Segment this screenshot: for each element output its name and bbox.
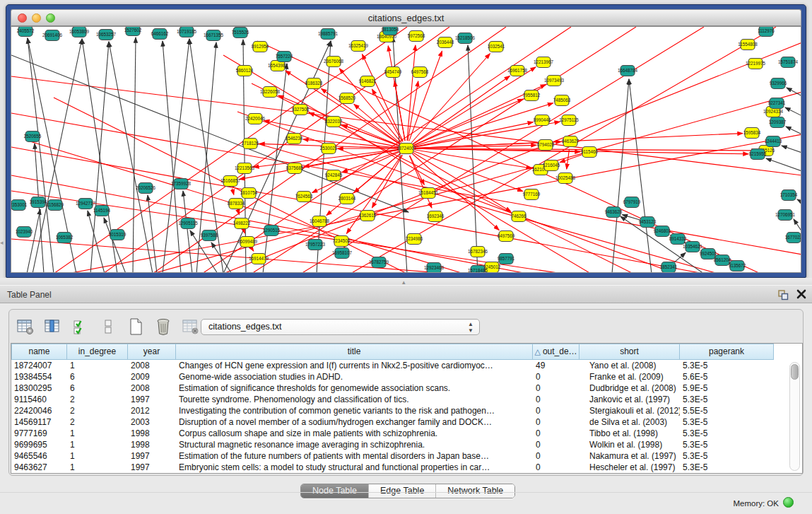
graph-node[interactable]: 7955812 [523,90,541,101]
graph-node[interactable]: 8186328 [305,78,323,89]
graph-node[interactable]: 1498222 [233,218,251,229]
cell-out_de[interactable]: 49 [533,360,579,371]
cell-in_degree[interactable]: 2 [67,416,128,428]
graph-node[interactable]: 7624563 [295,192,313,202]
graph-node[interactable]: 1290515 [263,226,281,236]
table-selector-dropdown[interactable]: citations_edges.txt ▲▼ [201,319,480,335]
graph-node[interactable]: 8914332 [669,234,687,245]
graph-node[interactable]: 20206526 [136,183,156,194]
cell-in_degree[interactable]: 6 [67,382,128,394]
graph-node[interactable]: 6466162 [151,29,169,40]
cell-out_de[interactable]: 0 [533,439,579,450]
graph-node[interactable]: 2036448 [437,37,454,48]
graph-node[interactable]: 7234502 [333,236,351,247]
cell-in_degree[interactable]: 6 [67,371,128,382]
graph-node[interactable]: 1677022 [785,233,801,243]
close-panel-icon[interactable] [796,289,806,299]
graph-node[interactable]: 8878334 [228,199,245,209]
graph-node[interactable]: 16914479 [249,254,269,264]
graph-node[interactable]: 2530021 [320,144,338,154]
cell-name[interactable]: 9465546 [11,450,67,462]
cell-title[interactable]: Structural magnetic resonance image aver… [176,439,533,450]
cell-pagerank[interactable]: 5.3E-5 [680,462,774,473]
cell-year[interactable]: 2012 [128,405,176,416]
cell-out_de[interactable]: 0 [533,428,579,439]
graph-node[interactable]: 1710354 [780,190,798,201]
deselect-rows-icon[interactable] [98,317,119,337]
cell-pagerank[interactable]: 5.5E-5 [680,405,774,416]
graph-node[interactable]: 17957223 [305,240,326,250]
graph-node[interactable]: 6497568 [411,67,429,78]
graph-node[interactable]: 9453123 [639,217,657,228]
float-panel-icon[interactable] [778,290,789,300]
citation-edge-red[interactable] [410,156,424,185]
cell-title[interactable]: Investigating the contribution of common… [176,405,533,416]
graph-node[interactable]: 9397588 [201,230,218,241]
cell-title[interactable]: Changes of HCN gene expression and I(f) … [176,360,533,371]
cell-in_degree[interactable]: 2 [67,394,128,405]
graph-node[interactable]: 6794028 [537,140,555,151]
cell-title[interactable]: Disruption of a novel member of a sodium… [176,416,533,428]
column-header-title[interactable]: title [176,344,533,360]
cell-short[interactable]: de Silva et al. (2003) [579,416,680,428]
table-row[interactable]: 969969511998Structural magnetic resonanc… [11,439,802,450]
graph-node[interactable]: 9857791 [498,254,515,264]
graph-node[interactable]: 12905115 [178,218,198,229]
cell-name[interactable]: 22420046 [11,405,67,416]
citation-edge-red[interactable] [252,248,254,251]
cell-short[interactable]: Nakamura et al. (1997) [579,450,680,462]
cell-short[interactable]: Tibbo et al. (1998) [579,428,680,439]
cell-out_de[interactable]: 0 [533,416,579,428]
cell-pagerank[interactable]: 5.3E-5 [680,439,774,450]
graph-node[interactable]: 7485063 [553,95,571,106]
cell-in_degree[interactable]: 1 [67,450,128,462]
table-row[interactable]: 1872400712008Changes of HCN gene express… [11,360,802,371]
graph-node[interactable]: 22420046 [245,114,266,124]
graph-node[interactable]: 7234986 [406,234,423,245]
graph-node[interactable]: 1065382 [56,233,73,243]
new-column-icon[interactable] [125,317,146,337]
cell-pagerank[interactable]: 5.3E-5 [680,394,774,405]
graph-node[interactable]: 16782346 [468,247,488,257]
cell-short[interactable]: Jankovic et al. (1997) [579,394,680,405]
cell-short[interactable]: Stergiakouli et al. (2012) [579,405,680,416]
cell-short[interactable]: Franke et al. (2009) [579,371,680,382]
graph-node[interactable]: 10025488 [555,173,576,184]
citation-edge-red[interactable] [11,113,801,255]
graph-node[interactable]: 7515526 [232,28,249,38]
graph-node[interactable]: 16053809 [69,27,90,37]
cell-in_degree[interactable]: 2 [67,405,128,416]
graph-node[interactable]: 5015319 [109,230,126,240]
network-view-canvas[interactable]: 1872400764975688454749914682115685208322… [11,26,801,273]
cell-year[interactable]: 1997 [128,462,176,473]
table-row[interactable]: 977716911998Corpus callosum shape and si… [11,428,802,439]
graph-node[interactable]: 1145194 [93,206,111,216]
citation-edge-black[interactable] [11,55,408,212]
table-row[interactable]: 911546021997Tourette syndrome. Phenomeno… [11,394,802,405]
citation-edge-red[interactable] [233,189,234,195]
graph-node[interactable]: 8215955 [749,149,767,160]
cell-title[interactable]: Corpus callosum shape and size in male p… [176,428,533,439]
cell-out_de[interactable]: 0 [533,382,579,394]
citation-network-graph[interactable]: 1872400764975688454749914682115685208322… [11,27,801,273]
cell-year[interactable]: 1998 [128,428,176,439]
cell-pagerank[interactable]: 5.3E-5 [680,360,774,371]
cell-year[interactable]: 1997 [128,394,176,405]
table-row[interactable]: 946554611997Estimation of the future num… [11,450,802,462]
graph-node[interactable]: 9327508 [292,105,310,115]
citation-edge-black[interactable] [88,211,105,273]
citation-edge-black[interactable] [782,146,801,153]
citation-edge-black[interactable] [766,158,801,171]
graph-node[interactable]: 11554808 [738,40,758,50]
citation-edge-black[interactable] [35,144,44,273]
cell-title[interactable]: Estimation of significance thresholds fo… [176,382,533,394]
cell-year[interactable]: 2008 [128,360,176,371]
network-window-titlebar[interactable]: citations_edges.txt [11,9,801,26]
graph-node[interactable]: 8375685 [286,163,304,174]
graph-node[interactable]: 8322037 [325,117,343,127]
cell-name[interactable]: 14569117 [11,416,67,428]
citation-edge-black[interactable] [612,79,629,273]
graph-node[interactable]: 1244413 [765,136,782,147]
cell-pagerank[interactable]: 5.3E-5 [680,416,774,428]
cell-out_de[interactable]: 0 [533,462,579,473]
